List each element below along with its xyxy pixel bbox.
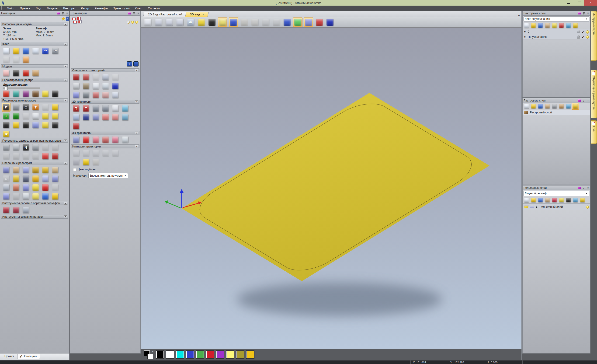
hands-relief-icon[interactable] [52,166,59,173]
menubar-grip[interactable] [1,6,2,10]
brush-diameter-slider[interactable] [3,87,40,89]
interlock-vectors-icon[interactable] [52,153,59,160]
snap-to-layer-icon[interactable]: ↙ [582,30,584,33]
delete-material-icon[interactable] [102,82,109,90]
calculate-toolpath-icon[interactable] [102,73,109,81]
collapse-button[interactable]: ▼ [64,215,67,218]
layer-visibility-bulb-icon[interactable] [586,35,589,38]
snap-to-layer-icon[interactable]: ↙ [582,35,584,39]
paste-along-curve-icon[interactable] [32,112,39,120]
help-book-icon[interactable] [128,12,131,15]
raise-relief-icon[interactable] [22,184,29,191]
medal-relief-icon[interactable] [12,193,20,200]
undo-icon[interactable]: ↶ [42,47,49,54]
measure-icon[interactable] [52,103,59,111]
color-shade-icon[interactable] [283,18,291,26]
relief-side-dropdown[interactable]: Лицевой рельеф ▼ [524,191,589,196]
invert-model-icon[interactable] [12,70,20,77]
set-model-size-icon[interactable] [3,70,10,77]
copy-layer-icon[interactable] [544,23,550,28]
ring-wrap-icon[interactable] [251,18,259,26]
collapse-button[interactable]: ▲ [64,99,67,102]
node-editing-icon[interactable] [42,112,49,120]
new-layer-icon[interactable] [524,103,529,109]
delete-layer-icon[interactable] [566,23,571,28]
open-model-icon[interactable] [12,47,20,54]
toolpath-notes-icon[interactable] [72,82,80,90]
toolpath-wizard-icon[interactable] [112,91,119,98]
help-book-icon[interactable] [578,12,581,15]
ungroup-vectors-icon[interactable] [52,144,59,151]
toggle-all-bulbs-icon[interactable] [573,103,578,109]
minimize-button[interactable] [563,0,574,6]
restore-button[interactable] [574,0,584,6]
collapse-button[interactable]: ▲ [64,162,67,165]
palette-olive[interactable] [236,351,244,358]
collapse-button[interactable]: ▲ [64,202,67,205]
batch-calculate-icon[interactable] [112,73,119,81]
stretch-text-icon[interactable] [22,112,29,120]
collapse-button[interactable]: ▲ [64,65,67,68]
transform-toolpath-icon[interactable] [82,91,90,98]
pin-icon[interactable] [133,12,135,15]
view-along-x-icon[interactable] [154,18,162,26]
back-relief-icon[interactable] [22,206,29,214]
align-vectors-icon[interactable] [3,144,10,151]
relief-plane-icon[interactable] [22,166,29,173]
show-all-layers-icon[interactable] [551,23,557,28]
menu-item[interactable]: Траектории [110,6,133,11]
relief-hands-icon[interactable] [12,166,20,173]
layer-color-dot[interactable]: ● [524,35,526,39]
menu-item[interactable]: Окно [133,6,145,11]
menu-item[interactable]: Правка [17,6,33,11]
palette-gold[interactable] [246,351,254,358]
toolpath-summary-icon[interactable] [82,73,90,81]
tab-tutorials[interactable]: Обучающие руководства [591,70,597,118]
close-panel-icon[interactable]: × [587,186,589,190]
flatten-relief-icon[interactable] [32,184,39,191]
machine-relief-icon[interactable] [72,136,80,143]
face-mill-icon[interactable] [92,114,99,121]
open-layer-icon[interactable] [531,197,536,203]
trim-vectors-icon[interactable] [22,121,29,129]
fold-relief-icon[interactable] [42,175,49,182]
mirror-merge-icon[interactable] [52,121,59,129]
collapse-button[interactable]: ▲ [135,145,138,148]
greyscale-relief-icon[interactable] [566,197,571,203]
palette-black[interactable] [156,351,164,358]
simulation-template-icon[interactable] [92,158,99,166]
lightbulb-icon[interactable] [197,18,205,26]
menu-item[interactable]: Справка [145,6,163,11]
inspect-toolpath-icon[interactable] [121,136,129,143]
expand-layer-icon[interactable]: ▶ [536,206,538,208]
toggle-all-bulbs-icon[interactable] [580,197,585,203]
toolpath-list-area[interactable]: ↑ ↓ [70,16,140,68]
fit-curve-icon[interactable] [52,112,59,120]
simulate-pair-icon[interactable] [92,150,99,157]
waterline-icon[interactable] [102,136,109,143]
texture-sphere-icon[interactable] [42,193,49,200]
transform-vectors-icon[interactable] [12,103,20,111]
zlevel-rough-icon[interactable] [82,136,90,143]
draft-plane-icon[interactable] [219,18,227,26]
offset-vectors-icon[interactable] [42,121,49,129]
turn-relief-icon[interactable] [42,166,49,173]
feeds-speeds-icon[interactable] [92,91,99,98]
paste-icon[interactable] [22,56,29,63]
color-picker-icon[interactable] [22,90,29,97]
smooth-relief-icon[interactable] [22,193,29,200]
render-lamp-icon[interactable] [22,70,29,77]
inlay-toolpath-icon[interactable] [72,122,80,130]
help-book-icon[interactable] [578,99,581,102]
show-vectors-icon[interactable] [294,18,302,26]
save-template-icon[interactable] [72,91,80,98]
palette-cyan[interactable] [176,351,184,358]
area-clear-toolpath-icon[interactable]: T [82,105,90,112]
close-button[interactable]: × [584,0,597,6]
tab-live[interactable]: Live! [591,120,597,144]
text-on-curve-icon[interactable] [12,144,20,151]
profile-toolpath-icon[interactable]: T [72,105,80,112]
secondary-color-swatch[interactable] [147,354,153,359]
delete-layer-icon[interactable] [573,197,578,203]
zoom-tool-icon[interactable]: ⊕ [187,18,195,26]
